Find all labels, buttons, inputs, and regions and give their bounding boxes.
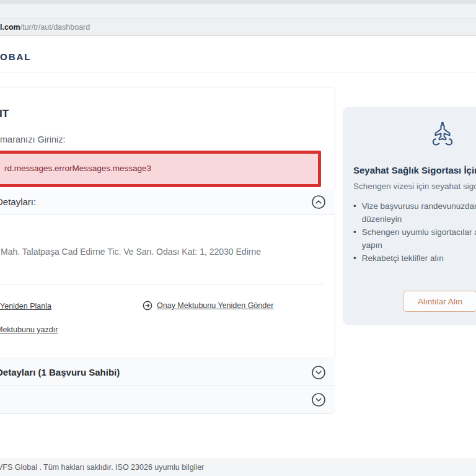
footer-copyright-text: VFS Global . Tüm hakları saklıdır. ISO 2…	[0, 459, 204, 475]
bullet-icon: •	[353, 200, 356, 226]
bullet-icon: •	[353, 226, 356, 252]
error-message-text: rd.messages.errorMessages.message3	[0, 154, 318, 183]
chevron-up-icon[interactable]	[311, 195, 326, 209]
page-footer: VFS Global . Tüm hakları saklıdır. ISO 2…	[0, 459, 476, 476]
accordion-appointment-details-label: Detayları:	[0, 189, 36, 215]
accordion-appointment-details[interactable]: Detayları:	[0, 189, 335, 215]
list-item: • Vize başvurusu randevunuzdan ö düzenle…	[353, 200, 476, 226]
insurance-panel-subtitle: Schengen vizesi için seyahat sigort	[353, 182, 476, 191]
url-path: /tur/tr/aut/dashboard	[20, 23, 90, 32]
page-title: IT	[0, 108, 9, 120]
list-item: • Schengen uyumlu sigortacılar ara yapın	[353, 226, 476, 252]
chevron-down-icon[interactable]	[311, 365, 326, 380]
insurance-benefits-list: • Vize başvurusu randevunuzdan ö düzenle…	[353, 200, 476, 265]
reference-number-label: maranızı Giriniz:	[0, 134, 66, 144]
benefit-text: Rekabetçi teklifler alın	[362, 252, 444, 265]
url-domain: l.com	[0, 23, 20, 32]
appointment-address: Mah. Talatpaşa Cad Edirne Tic. Ve San. O…	[1, 247, 261, 257]
accordion-applicant-details-label: Detayları (1 Başvuru Sahibi)	[0, 358, 120, 386]
browser-tab-strip-edge	[0, 0, 476, 4]
print-letter-link[interactable]: Mektubunu yazdır	[0, 325, 58, 334]
travel-insurance-panel: Seyahat Sağlık Sigortası İçin Ba Schenge…	[343, 107, 476, 325]
error-alert: rd.messages.errorMessages.message3	[0, 151, 321, 187]
list-item: • Rekabetçi teklifler alın	[353, 252, 476, 265]
browser-url-bar[interactable]: l.com/tur/tr/aut/dashboard	[0, 19, 476, 36]
resend-confirmation-link-label: Onay Mektubunu Yeniden Gönder	[157, 301, 273, 310]
site-header: OBAL	[0, 36, 476, 73]
reschedule-link[interactable]: Yeniden Planla	[0, 302, 51, 311]
vfs-global-logo[interactable]: OBAL	[0, 51, 32, 62]
benefit-text: Schengen uyumlu sigortacılar ara yapın	[362, 226, 476, 252]
accordion-extra-section[interactable]	[0, 386, 335, 413]
section-divider	[0, 284, 324, 284]
get-quotes-button[interactable]: Alıntılar Alın	[403, 291, 476, 312]
resend-confirmation-link[interactable]: Onay Mektubunu Yeniden Gönder	[143, 301, 273, 311]
accordion-applicant-details[interactable]: Detayları (1 Başvuru Sahibi)	[0, 358, 335, 386]
chevron-down-icon[interactable]	[311, 392, 326, 407]
bullet-icon: •	[353, 252, 356, 265]
browser-tab-strip	[0, 4, 476, 19]
insurance-panel-title: Seyahat Sağlık Sigortası İçin Ba	[353, 165, 476, 175]
arrow-right-circle-icon	[143, 301, 152, 311]
plane-in-hands-icon	[428, 119, 457, 152]
benefit-text: Vize başvurusu randevunuzdan ö düzenleyi…	[362, 200, 476, 226]
